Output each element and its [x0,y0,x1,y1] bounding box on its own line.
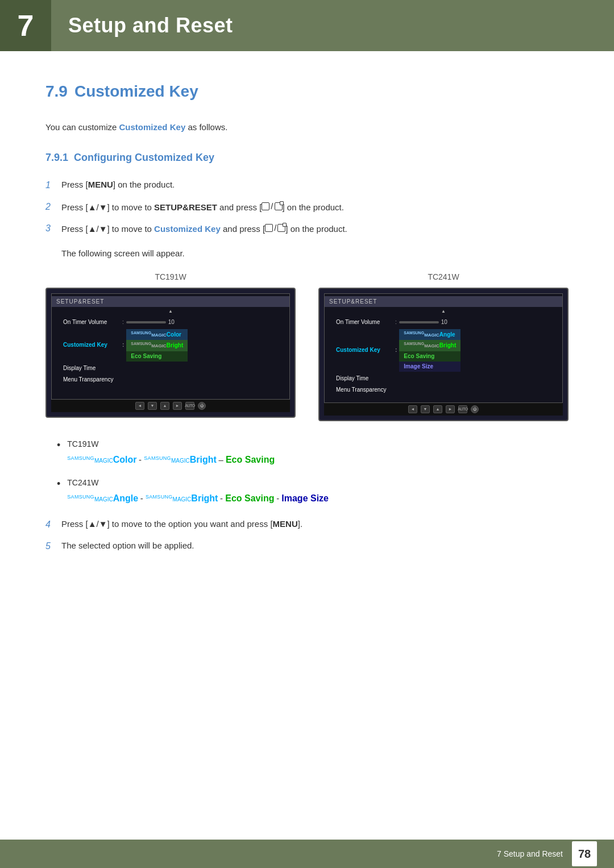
nav-btn-enter-1: ► [173,402,182,410]
intro-paragraph: You can customize Customized Key as foll… [45,121,569,134]
bullet-tc191w: • TC191W SAMSUNGMAGICColor - SAMSUNGMAGI… [57,438,569,467]
footer-page-number: 78 [572,841,597,866]
dropdown-item-magic-angle: SAMSUNGMAGICAngle [399,329,460,340]
dropdown-item-magic-color: SAMSUNGMAGICColor [126,329,188,340]
osd-label-volume-2: On Timer Volume [336,318,393,327]
osd-title-2: SETUP&RESET [325,296,562,307]
screenshot-tc191w: TC191W SETUP&RESET ▲ On Timer Volume : 1… [45,271,296,421]
osd-value-volume-2: 10 [399,317,558,327]
section-title: Customized Key [74,80,198,103]
step-2: 2 Press [▲/▼] to move to SETUP&RESET and… [45,200,569,214]
chapter-number: 7 [0,0,51,51]
footer-text: 7 Setup and Reset [497,848,563,860]
bullet-model-1: TC191W [67,438,569,450]
osd-label-customized-1: Customized Key [63,340,120,350]
osd-label-display-2: Display Time [336,374,393,383]
osd-label-menu-1: Menu Transparency [63,375,120,384]
osd-menu-1: SETUP&RESET ▲ On Timer Volume : 10 [51,293,290,400]
dropdown-2: SAMSUNGMAGICAngle SAMSUNGMAGICBright Eco… [399,329,460,372]
subsection-heading: 7.9.1 Configuring Customized Key [45,150,569,165]
step-note: The following screen will appear. [61,247,569,260]
up-arrow-1: ▲ [52,307,289,316]
monitor-tc191w: SETUP&RESET ▲ On Timer Volume : 10 [45,288,296,418]
nav-btn-up-2: ▲ [433,405,442,413]
screenshot-tc241w: TC241W SETUP&RESET ▲ On Timer Volume : 1… [318,271,569,421]
dropdown-item-image-size: Image Size [399,362,460,372]
chapter-title: Setup and Reset [51,10,233,41]
up-arrow-2: ▲ [325,307,562,316]
monitor-tc241w: SETUP&RESET ▲ On Timer Volume : 10 [318,288,569,421]
osd-label-volume-1: On Timer Volume [63,318,120,327]
nav-btn-power-1: ⏻ [198,402,206,410]
nav-btn-down-1: ▼ [148,402,157,410]
steps-list-2: 4 Press [▲/▼] to move to the option you … [45,517,569,553]
osd-value-volume-1: 10 [126,317,285,327]
nav-btn-power-2: ⏻ [471,405,479,413]
nav-btn-left-2: ◄ [408,405,417,413]
bullet-model-2: TC241W [67,477,569,489]
nav-btn-auto-2: AUTO [458,405,467,413]
osd-title-1: SETUP&RESET [52,296,289,307]
osd-row-customized-1: Customized Key : SAMSUNGMAGICColor SAMSU… [52,328,289,363]
dropdown-1: SAMSUNGMAGICColor SAMSUNGMAGICBright Eco… [126,329,188,362]
osd-menu-2: SETUP&RESET ▲ On Timer Volume : 10 [324,293,563,403]
step-1: 1 Press [MENU] on the product. [45,178,569,193]
osd-row-volume-2: On Timer Volume : 10 [325,316,562,328]
dropdown-item-magic-bright: SAMSUNGMAGICBright [126,340,188,351]
osd-label-display-1: Display Time [63,364,120,373]
screenshot-label-1: TC191W [155,271,186,283]
osd-row-menu-1: Menu Transparency [52,374,289,385]
nav-btn-enter-2: ► [446,405,455,413]
section-heading: 7.9 Customized Key [45,80,569,103]
osd-row-display-2: Display Time [325,373,562,384]
magic-label-1: SAMSUNGMAGICColor - SAMSUNGMAGICBright –… [67,452,569,467]
osd-row-menu-2: Menu Transparency [325,384,562,396]
dropdown-item-eco-saving-2: Eco Saving [399,351,460,362]
nav-btn-left-1: ◄ [135,402,144,410]
page-footer: 7 Setup and Reset 78 [0,840,614,868]
screenshots-row: TC191W SETUP&RESET ▲ On Timer Volume : 1… [45,271,569,421]
nav-btn-auto-1: AUTO [185,402,194,410]
dropdown-item-eco-saving: Eco Saving [126,351,188,362]
bullet-tc241w: • TC241W SAMSUNGMAGICAngle - SAMSUNGMAGI… [57,477,569,506]
magic-label-2: SAMSUNGMAGICAngle - SAMSUNGMAGICBright -… [67,491,569,506]
step-3: 3 Press [▲/▼] to move to Customized Key … [45,221,569,236]
osd-label-menu-2: Menu Transparency [336,385,393,394]
monitor-nav-2: ◄ ▼ ▲ ► AUTO ⏻ [324,403,563,416]
osd-label-customized-2: Customized Key [336,346,393,355]
header-banner: 7 Setup and Reset [0,0,614,51]
osd-row-volume-1: On Timer Volume : 10 [52,316,289,328]
main-content: 7.9 Customized Key You can customize Cus… [0,51,614,610]
step-5: 5 The selected option will be applied. [45,539,569,554]
steps-list: 1 Press [MENU] on the product. 2 Press [… [45,178,569,236]
bullets-section: • TC191W SAMSUNGMAGICColor - SAMSUNGMAGI… [57,438,569,506]
nav-btn-down-2: ▼ [421,405,430,413]
step-4: 4 Press [▲/▼] to move to the option you … [45,517,569,532]
screenshot-label-2: TC241W [428,271,459,283]
monitor-nav-1: ◄ ▼ ▲ ► AUTO ⏻ [51,400,290,412]
osd-row-display-1: Display Time [52,363,289,374]
section-number: 7.9 [45,80,68,103]
osd-row-customized-2: Customized Key : SAMSUNGMAGICAngle SAMSU… [325,328,562,373]
dropdown-item-magic-bright-2: SAMSUNGMAGICBright [399,340,460,351]
nav-btn-up-1: ▲ [160,402,169,410]
